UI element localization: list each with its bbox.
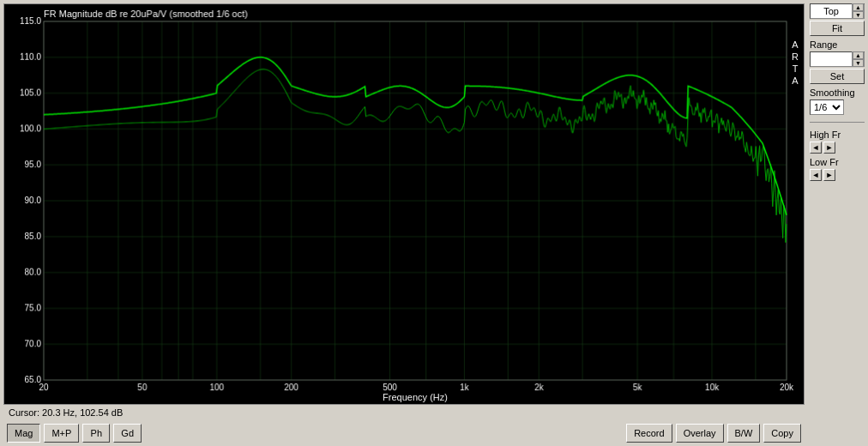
mag-button[interactable]: Mag: [7, 424, 40, 443]
high-fr-left-btn[interactable]: ◄: [810, 142, 822, 154]
right-panel: Top ▲ ▼ Fit Range ▲ ▼ Set Smoothin: [808, 0, 868, 446]
low-fr-label: Low Fr: [810, 157, 865, 167]
top-arrows: ▲ ▼: [852, 3, 864, 19]
top-spinner: Top ▲ ▼: [810, 3, 865, 19]
divider: [810, 122, 865, 123]
range-group: Range ▲ ▼ Set: [810, 39, 865, 84]
high-fr-right-btn[interactable]: ►: [823, 142, 835, 154]
fit-button[interactable]: Fit: [810, 21, 865, 36]
cursor-info: Cursor: 20.3 Hz, 102.54 dB: [3, 405, 805, 420]
gd-button[interactable]: Gd: [113, 424, 142, 443]
chart-wrapper: ARTA: [3, 3, 805, 405]
top-up-arrow[interactable]: ▲: [853, 3, 864, 11]
bottom-bar: Mag M+P Ph Gd Record Overlay B/W Copy: [3, 420, 805, 446]
top-down-arrow[interactable]: ▼: [853, 11, 864, 19]
record-button[interactable]: Record: [626, 424, 672, 443]
high-fr-group: High Fr ◄ ►: [810, 130, 865, 154]
frequency-chart: [4, 4, 804, 404]
low-fr-right-btn[interactable]: ►: [823, 169, 835, 181]
smoothing-select[interactable]: 1/6 1/3 1/1 None: [810, 99, 844, 115]
range-down-arrow[interactable]: ▼: [853, 59, 864, 67]
chart-area: ARTA Cursor: 20.3 Hz, 102.54 dB Mag M+P …: [0, 0, 808, 446]
low-fr-left-btn[interactable]: ◄: [810, 169, 822, 181]
set-button[interactable]: Set: [810, 69, 865, 84]
arta-label: ARTA: [792, 39, 799, 87]
range-spinner: ▲ ▼: [810, 51, 865, 67]
low-fr-group: Low Fr ◄ ►: [810, 157, 865, 181]
range-label: Range: [810, 39, 837, 50]
bw-button[interactable]: B/W: [727, 424, 761, 443]
main-container: ARTA Cursor: 20.3 Hz, 102.54 dB Mag M+P …: [0, 0, 868, 446]
smoothing-label: Smoothing: [810, 87, 865, 98]
cursor-text: Cursor: 20.3 Hz, 102.54 dB: [9, 407, 123, 418]
range-arrows: ▲ ▼: [852, 51, 864, 67]
range-row: Range: [810, 39, 865, 50]
range-up-arrow[interactable]: ▲: [853, 51, 864, 59]
overlay-button[interactable]: Overlay: [676, 424, 724, 443]
high-fr-label: High Fr: [810, 130, 865, 140]
top-fit-group: Top ▲ ▼ Fit: [810, 3, 865, 36]
ph-button[interactable]: Ph: [82, 424, 110, 443]
smoothing-group: Smoothing 1/6 1/3 1/1 None: [810, 87, 865, 115]
high-fr-row: ◄ ►: [810, 142, 865, 154]
copy-button[interactable]: Copy: [763, 424, 801, 443]
low-fr-row: ◄ ►: [810, 169, 865, 181]
mp-button[interactable]: M+P: [44, 424, 79, 443]
top-value: Top: [811, 6, 852, 16]
